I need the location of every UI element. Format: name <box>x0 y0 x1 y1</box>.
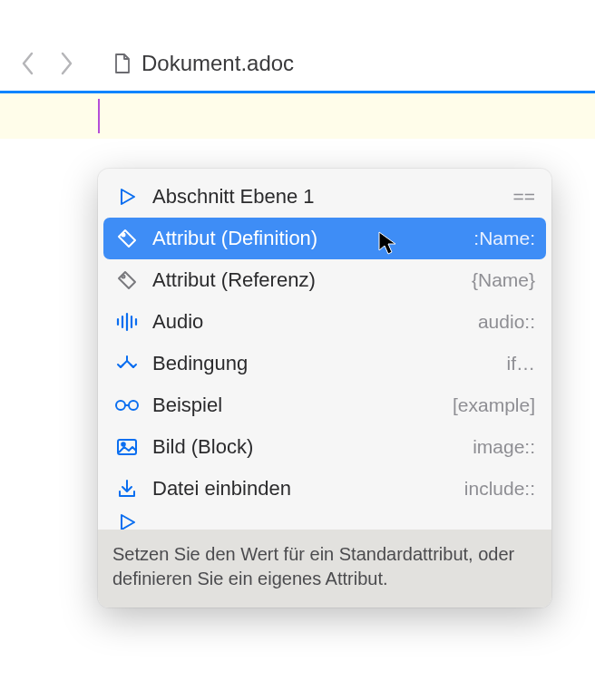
tag-icon <box>114 226 140 251</box>
completion-item-section[interactable]: Abschnitt Ebene 1 == <box>103 176 546 218</box>
completion-item-label: Beispiel <box>152 394 445 417</box>
completion-item-hint: [example] <box>453 394 535 416</box>
completion-popup: Abschnitt Ebene 1 == Attribut (Definitio… <box>98 169 551 608</box>
completion-item-example[interactable]: Beispiel [example] <box>103 384 546 426</box>
completion-item-label: Abschnitt Ebene 1 <box>152 185 505 209</box>
editor-current-line[interactable] <box>0 93 595 139</box>
completion-item-hint: audio:: <box>478 311 535 333</box>
completion-list: Abschnitt Ebene 1 == Attribut (Definitio… <box>98 176 551 530</box>
completion-item-hint: if… <box>507 353 536 374</box>
completion-description: Setzen Sie den Wert für ein Standardattr… <box>98 530 551 608</box>
completion-item-label: Audio <box>152 310 471 334</box>
completion-item-label: Bedingung <box>152 352 500 375</box>
completion-item-label: Datei einbinden <box>152 477 457 501</box>
play-icon <box>114 510 140 530</box>
completion-item-label: Attribut (Definition) <box>152 227 466 250</box>
completion-item-attr-ref[interactable]: Attribut (Referenz) {Name} <box>103 259 546 301</box>
text-cursor <box>98 99 100 133</box>
completion-item-hint: include:: <box>464 478 535 500</box>
completion-item-conditional[interactable]: Bedingung if… <box>103 343 546 384</box>
svg-point-2 <box>122 276 125 278</box>
nav-back-button[interactable] <box>13 48 44 79</box>
completion-item-label: Attribut (Referenz) <box>152 268 464 292</box>
completion-item-include[interactable]: Datei einbinden include:: <box>103 468 546 510</box>
image-icon <box>114 434 140 460</box>
svg-point-9 <box>129 401 138 410</box>
tag-outline-icon <box>114 267 140 293</box>
svg-point-1 <box>122 234 125 237</box>
completion-item-hint: {Name} <box>472 269 535 291</box>
completion-item-hint: == <box>512 186 535 208</box>
toolbar: Dokument.adoc <box>0 36 595 91</box>
svg-marker-13 <box>122 515 134 530</box>
completion-item-image-block[interactable]: Bild (Block) image:: <box>103 426 546 468</box>
svg-marker-0 <box>122 190 134 204</box>
completion-item-audio[interactable]: Audio audio:: <box>103 301 546 343</box>
branch-icon <box>114 351 140 376</box>
completion-item-hint: :Name: <box>473 228 535 249</box>
download-icon <box>114 476 140 501</box>
svg-point-12 <box>122 442 125 446</box>
audio-wave-icon <box>114 309 140 335</box>
svg-point-8 <box>116 401 125 410</box>
completion-item-hint: image:: <box>473 436 535 458</box>
completion-item-attr-def[interactable]: Attribut (Definition) :Name: <box>103 218 546 259</box>
completion-item-partial[interactable] <box>103 510 546 530</box>
nav-forward-button[interactable] <box>51 48 82 79</box>
play-icon <box>114 184 140 209</box>
glasses-icon <box>114 393 140 418</box>
completion-item-label: Bild (Block) <box>152 435 465 459</box>
filename-label: Dokument.adoc <box>141 51 294 76</box>
document-icon <box>112 52 132 75</box>
